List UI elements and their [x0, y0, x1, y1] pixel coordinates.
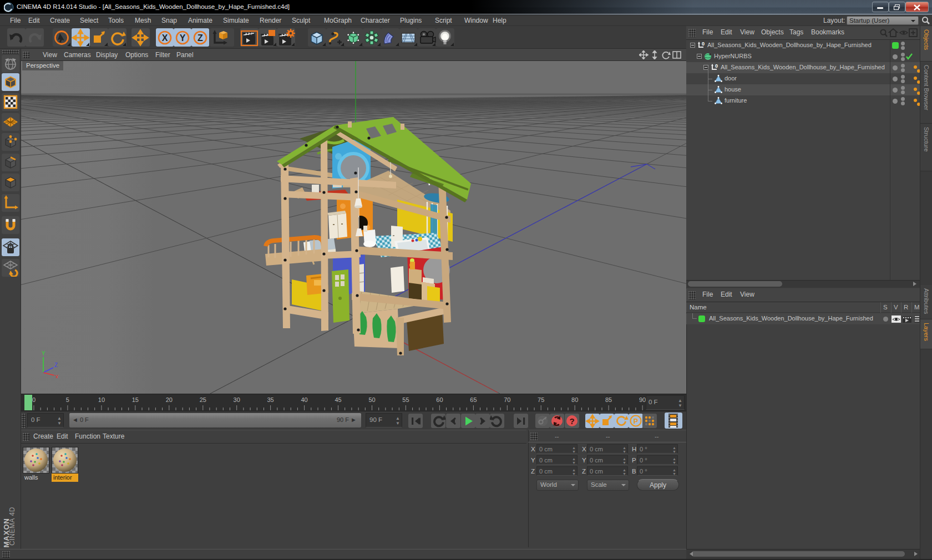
svg-text:0: 0	[702, 42, 705, 47]
svg-text:0: 0	[715, 64, 718, 69]
svg-text:25: 25	[200, 396, 206, 403]
svg-text:15: 15	[132, 396, 139, 403]
svg-text:X: X	[55, 374, 59, 378]
svg-text:55: 55	[402, 396, 409, 403]
svg-text:45: 45	[335, 396, 341, 403]
svg-text:60: 60	[436, 396, 443, 403]
svg-text:P: P	[634, 418, 638, 425]
svg-text:75: 75	[538, 396, 544, 403]
svg-text:35: 35	[267, 396, 273, 403]
svg-text:85: 85	[605, 396, 612, 403]
svg-text:40: 40	[301, 396, 307, 403]
svg-text:10: 10	[98, 396, 105, 403]
svg-text:?: ?	[569, 416, 574, 426]
svg-text:Z: Z	[197, 33, 203, 43]
svg-text:Y: Y	[180, 33, 186, 43]
svg-text:90: 90	[639, 396, 646, 403]
svg-text:65: 65	[470, 396, 477, 403]
svg-text:5: 5	[66, 396, 69, 403]
svg-text:30: 30	[234, 396, 240, 403]
svg-text:X: X	[162, 33, 168, 43]
svg-text:Y: Y	[42, 350, 45, 357]
svg-text:50: 50	[368, 396, 375, 403]
svg-text:70: 70	[504, 396, 510, 403]
svg-text:Z: Z	[54, 362, 58, 368]
svg-text:80: 80	[571, 396, 578, 403]
svg-text:0: 0	[32, 396, 36, 403]
svg-text:20: 20	[166, 396, 173, 403]
